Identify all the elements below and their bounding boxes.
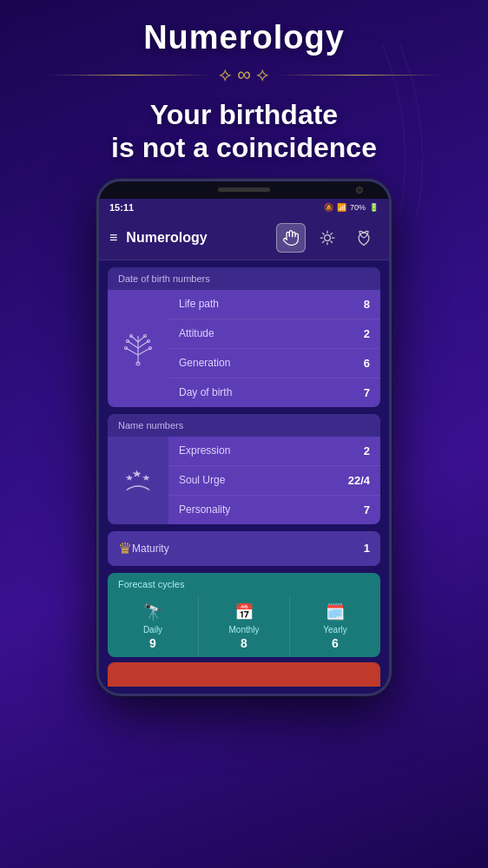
astrology-icon-button[interactable]: [313, 223, 342, 253]
svg-line-10: [138, 348, 150, 355]
monthly-icon: 📅: [234, 602, 254, 621]
telescope-icon: 🔭: [143, 602, 162, 621]
personality-row[interactable]: Personality 7: [168, 496, 380, 524]
daily-value: 9: [149, 636, 156, 650]
forecast-header: Forecast cycles: [108, 573, 380, 595]
soul-urge-value: 22/4: [348, 474, 370, 487]
life-path-value: 8: [364, 298, 370, 311]
day-of-birth-row[interactable]: Day of birth 7: [168, 378, 380, 407]
daily-label: Daily: [143, 625, 162, 635]
generation-row[interactable]: Generation 6: [168, 349, 380, 378]
app-subtitle: Your birthdateis not a coincidence: [111, 98, 377, 165]
svg-line-9: [126, 348, 138, 355]
hamburger-menu-icon[interactable]: ≡: [109, 230, 117, 246]
hand-icon-button[interactable]: [276, 223, 306, 253]
monthly-value: 8: [241, 636, 247, 650]
name-section-header: Name numbers: [108, 414, 380, 437]
ornament-divider: ⟡ ∞ ⟡: [49, 63, 439, 86]
expression-value: 2: [364, 444, 370, 457]
svg-point-16: [125, 347, 128, 350]
dob-section: Life path 8 Attitude 2 Generation 6 Da: [108, 290, 380, 407]
partial-bottom-section: [108, 662, 380, 687]
name-rows: Expression 2 Soul Urge 22/4 Personality …: [168, 437, 380, 524]
expression-row[interactable]: Expression 2: [168, 437, 380, 466]
app-title: Numerology: [143, 19, 345, 56]
forecast-section: Forecast cycles 🔭 Daily 9 📅 Monthly 8 🗓️: [108, 573, 380, 657]
maturity-row[interactable]: ♛ Maturity 1: [108, 531, 380, 566]
notification-icon: 🔕: [324, 203, 333, 212]
yearly-value: 6: [332, 636, 339, 650]
dob-icon-area: [108, 290, 168, 407]
day-of-birth-value: 7: [364, 386, 370, 399]
page-content: Numerology ⟡ ∞ ⟡ Your birthdateis not a …: [0, 0, 488, 868]
phone-speaker: [218, 187, 270, 192]
svg-marker-19: [135, 472, 140, 476]
forecast-item-daily[interactable]: 🔭 Daily 9: [108, 595, 199, 657]
life-path-label: Life path: [179, 298, 219, 310]
signal-icon: 📶: [337, 203, 346, 212]
phone-mockup: 15:11 🔕 📶 70% 🔋 ≡ Numerology: [96, 179, 392, 696]
phone-camera: [356, 187, 363, 194]
app-header: ≡ Numerology: [99, 216, 389, 260]
day-of-birth-label: Day of birth: [179, 386, 232, 398]
status-time: 15:11: [109, 202, 134, 213]
app-header-name: Numerology: [126, 230, 276, 246]
battery-icon: 🔋: [369, 203, 379, 212]
lotus-icon-button[interactable]: [349, 223, 379, 253]
personality-label: Personality: [179, 503, 230, 516]
svg-marker-18: [128, 477, 132, 480]
soul-urge-row[interactable]: Soul Urge 22/4: [168, 466, 380, 496]
crown-icon: ♛: [118, 539, 132, 558]
soul-urge-label: Soul Urge: [179, 474, 225, 486]
attitude-label: Attitude: [179, 327, 214, 339]
phone-top-bar: [99, 181, 389, 199]
ornament-symbol: ⟡ ∞ ⟡: [210, 63, 278, 86]
maturity-label: Maturity: [132, 542, 364, 555]
generation-value: 6: [364, 357, 370, 370]
name-section: Expression 2 Soul Urge 22/4 Personality …: [108, 437, 380, 524]
yearly-icon: 🗓️: [326, 602, 345, 621]
monthly-label: Monthly: [228, 625, 259, 635]
svg-line-8: [138, 341, 148, 348]
svg-point-3: [325, 234, 331, 240]
generation-label: Generation: [179, 357, 230, 369]
name-icon-area: [108, 437, 168, 524]
svg-marker-20: [144, 477, 148, 480]
name-section-wrapper: Name numbers Ex: [108, 414, 380, 524]
dob-section-header: Date of birth numbers: [108, 267, 380, 290]
life-path-row[interactable]: Life path 8: [168, 290, 380, 319]
app-body: Date of birth numbers: [99, 260, 389, 694]
forecast-item-yearly[interactable]: 🗓️ Yearly 6: [290, 595, 380, 657]
status-icons: 🔕 📶 70% 🔋: [324, 203, 379, 212]
attitude-row[interactable]: Attitude 2: [168, 319, 380, 349]
expression-label: Expression: [179, 444, 230, 457]
status-bar: 15:11 🔕 📶 70% 🔋: [99, 199, 389, 216]
attitude-value: 2: [364, 327, 370, 340]
maturity-value: 1: [364, 542, 370, 555]
header-icons: [276, 223, 379, 253]
forecast-items: 🔭 Daily 9 📅 Monthly 8 🗓️ Yearly 6: [108, 595, 380, 657]
personality-value: 7: [364, 503, 370, 516]
battery-text: 70%: [350, 203, 366, 212]
yearly-label: Yearly: [323, 625, 346, 635]
forecast-item-monthly[interactable]: 📅 Monthly 8: [199, 595, 290, 657]
dob-rows: Life path 8 Attitude 2 Generation 6 Da: [168, 290, 380, 407]
svg-line-7: [128, 341, 138, 348]
dob-section-wrapper: Date of birth numbers: [108, 267, 380, 407]
